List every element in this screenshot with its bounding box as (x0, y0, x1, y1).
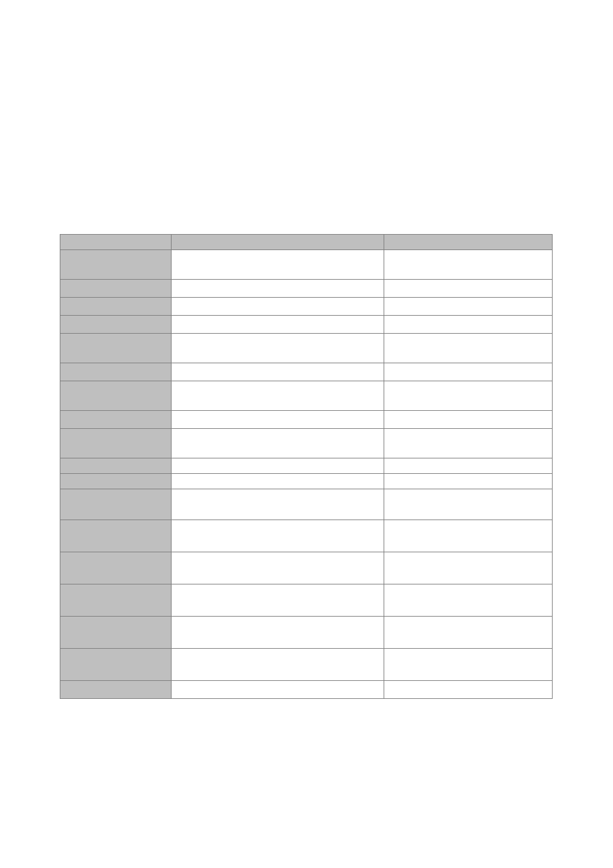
row-label (60, 617, 172, 649)
table-row (60, 584, 553, 617)
row-value-1 (171, 381, 384, 411)
row-value-1 (171, 617, 384, 649)
table-row (60, 681, 553, 699)
row-value-1 (171, 316, 384, 334)
row-value-2 (384, 617, 553, 649)
table-row (60, 489, 553, 520)
row-value-1 (171, 520, 384, 552)
table-row (60, 520, 553, 552)
row-value-1 (171, 363, 384, 381)
row-value-1 (171, 681, 384, 699)
row-label (60, 489, 172, 520)
header-cell-2 (171, 235, 384, 250)
row-label (60, 474, 172, 489)
row-value-2 (384, 458, 553, 474)
row-value-1 (171, 649, 384, 681)
row-value-2 (384, 489, 553, 520)
table-row (60, 363, 553, 381)
header-cell-1 (60, 235, 172, 250)
row-value-1 (171, 584, 384, 617)
table-row (60, 552, 553, 584)
table-row (60, 649, 553, 681)
row-label (60, 363, 172, 381)
row-value-2 (384, 584, 553, 617)
row-label (60, 411, 172, 429)
row-value-1 (171, 334, 384, 363)
row-label (60, 334, 172, 363)
row-value-2 (384, 280, 553, 298)
table-row (60, 334, 553, 363)
row-label (60, 316, 172, 334)
row-value-1 (171, 280, 384, 298)
document-table (60, 234, 553, 699)
row-label (60, 250, 172, 280)
row-label (60, 429, 172, 458)
data-table (60, 234, 553, 699)
table-row (60, 411, 553, 429)
row-value-1 (171, 489, 384, 520)
table-row (60, 617, 553, 649)
row-value-1 (171, 552, 384, 584)
row-value-2 (384, 411, 553, 429)
row-value-2 (384, 474, 553, 489)
row-label (60, 381, 172, 411)
table-row (60, 458, 553, 474)
row-value-1 (171, 298, 384, 316)
table-row (60, 381, 553, 411)
row-label (60, 520, 172, 552)
row-value-1 (171, 429, 384, 458)
row-label (60, 280, 172, 298)
row-value-1 (171, 250, 384, 280)
row-value-1 (171, 411, 384, 429)
row-value-2 (384, 316, 553, 334)
table-row (60, 429, 553, 458)
row-value-2 (384, 552, 553, 584)
row-label (60, 681, 172, 699)
table-row (60, 316, 553, 334)
row-value-1 (171, 458, 384, 474)
row-label (60, 552, 172, 584)
row-value-2 (384, 250, 553, 280)
row-value-1 (171, 474, 384, 489)
row-value-2 (384, 681, 553, 699)
row-label (60, 584, 172, 617)
row-value-2 (384, 298, 553, 316)
row-label (60, 649, 172, 681)
row-value-2 (384, 429, 553, 458)
table-row (60, 250, 553, 280)
row-label (60, 458, 172, 474)
row-label (60, 298, 172, 316)
table-row (60, 298, 553, 316)
table-row (60, 474, 553, 489)
header-cell-3 (384, 235, 553, 250)
row-value-2 (384, 520, 553, 552)
row-value-2 (384, 381, 553, 411)
row-value-2 (384, 363, 553, 381)
table-header-row (60, 235, 553, 250)
table-row (60, 280, 553, 298)
row-value-2 (384, 649, 553, 681)
row-value-2 (384, 334, 553, 363)
